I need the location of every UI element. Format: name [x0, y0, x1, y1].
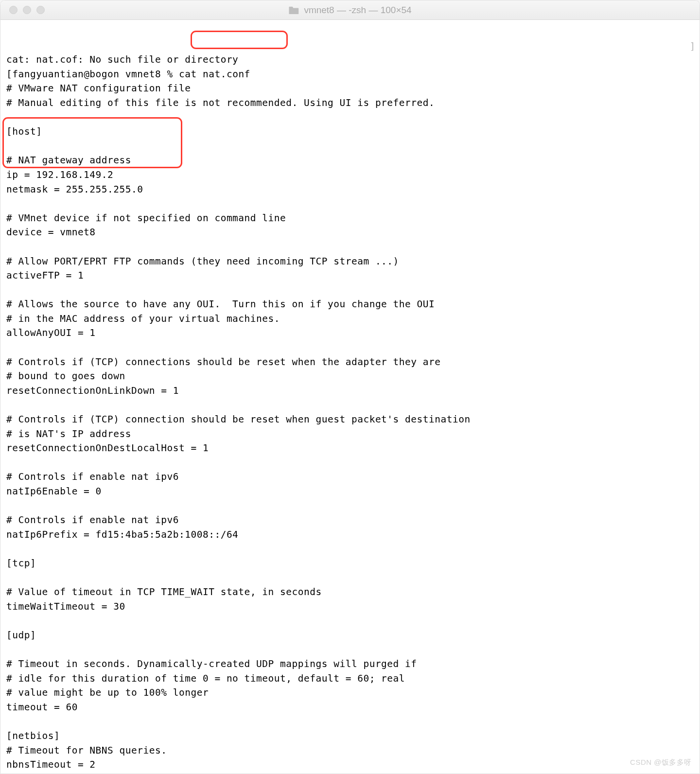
watermark: CSDN @饭多多呀 [630, 755, 692, 770]
cursor-bracket: ] [690, 39, 696, 54]
highlight-command-annotation [191, 31, 288, 49]
maximize-button[interactable] [36, 6, 45, 14]
folder-icon [288, 6, 299, 15]
terminal-content[interactable]: cat: nat.cof: No such file or directory[… [0, 20, 700, 774]
terminal-window: vmnet8 — -zsh — 100×54 cat: nat.cof: No … [0, 0, 700, 774]
window-title-text: vmnet8 — -zsh — 100×54 [304, 5, 411, 16]
terminal-prompt: fangyuantian@bogon vmnet8 % [12, 69, 179, 80]
terminal-command: cat nat.conf [179, 69, 250, 80]
terminal-output: # VMware NAT configuration file # Manual… [6, 81, 694, 774]
window-title: vmnet8 — -zsh — 100×54 [288, 5, 411, 16]
minimize-button[interactable] [23, 6, 31, 14]
close-button[interactable] [9, 6, 18, 14]
traffic-lights [0, 6, 45, 14]
prompt-bracket: [ [6, 69, 12, 80]
terminal-line-error: cat: nat.cof: No such file or directory [6, 53, 694, 67]
titlebar[interactable]: vmnet8 — -zsh — 100×54 [0, 0, 700, 20]
